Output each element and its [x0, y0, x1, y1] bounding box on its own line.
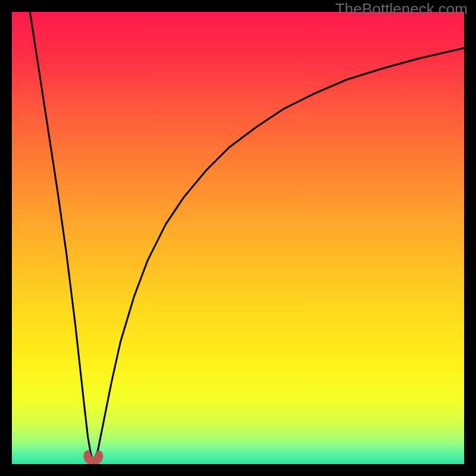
- watermark-label: TheBottleneck.com: [335, 0, 468, 18]
- chart-frame: TheBottleneck.com: [0, 0, 476, 476]
- gradient-background: [12, 12, 464, 464]
- plot-svg: [12, 12, 464, 464]
- plot-area: [12, 12, 464, 464]
